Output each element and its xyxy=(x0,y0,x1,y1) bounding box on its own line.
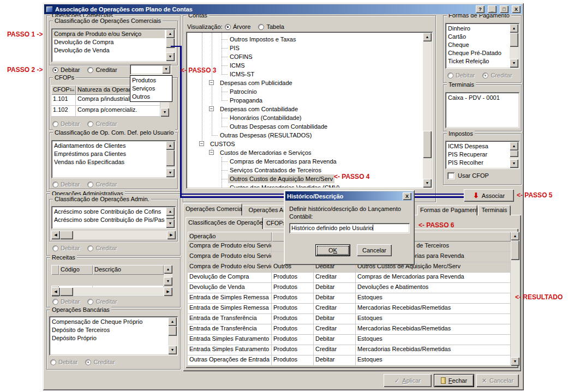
tree-item[interactable]: −Custos de Mercadorias e Serviços xyxy=(187,148,423,157)
tree-item[interactable]: −CUSTOS xyxy=(187,140,423,148)
tree-item[interactable]: Outros Custos de Aquisição Merc/Serv xyxy=(187,174,423,183)
dialog-close-button[interactable]: X xyxy=(403,192,411,200)
scroll-down-icon[interactable]: ▼ xyxy=(510,59,518,68)
list-terminais[interactable]: Caixa - PDV - 0001 xyxy=(445,92,519,128)
scroll-thumb[interactable] xyxy=(166,216,175,219)
tree-expand-icon[interactable]: − xyxy=(199,141,204,146)
list-impostos[interactable]: ▲▼ ICMS DespesaPIS RecuperarPIS Recolher xyxy=(445,141,519,169)
titlebar[interactable]: Associação de Operações com Plano de Con… xyxy=(44,4,522,14)
table-row[interactable]: Outras Operações de EntradaProdutosDebit… xyxy=(188,355,511,366)
list-item-dinheiro[interactable]: Dinheiro xyxy=(447,25,509,33)
table-row[interactable]: Entrada Simples FaturamentoProdutosDebit… xyxy=(188,335,511,345)
table-row[interactable]: Entrada Simples FaturamentoProdutosCredi… xyxy=(188,345,511,355)
tree-item[interactable]: Outras Despesas (RESULTADOS) xyxy=(187,131,423,140)
scrollbar-vertical[interactable]: ▲▼ xyxy=(423,33,432,188)
chevron-down-icon[interactable]: ▼ xyxy=(162,65,170,74)
scroll-up-icon[interactable]: ▲ xyxy=(510,142,518,150)
list-item-compra-de-produto-eou-servico[interactable]: Compra de Produto e/ou Serviço xyxy=(53,30,165,38)
tipo-combobox[interactable]: ▼ xyxy=(130,64,171,75)
table-row[interactable]: Devolução de CompraProdutosCreditarCompr… xyxy=(188,273,511,283)
radio-creditar[interactable]: Creditar xyxy=(87,120,117,127)
scroll-down-icon[interactable]: ▼ xyxy=(164,277,172,286)
list-classificacao-op-comerciais[interactable]: ▲▼ Compra de Produto e/ou ServiçoDevoluç… xyxy=(51,28,176,62)
table-row[interactable]: 1.102Compra p/comercializ. xyxy=(51,106,169,117)
tree-item[interactable]: ICMS xyxy=(187,61,423,70)
radio-creditar[interactable]: Creditar xyxy=(87,67,117,73)
list-item-produtos[interactable]: Produtos xyxy=(131,76,171,85)
maximize-button[interactable]: □ xyxy=(500,5,509,13)
list-item-deposito-proprio[interactable]: Depósito Próprio xyxy=(51,334,167,342)
tree-item[interactable]: Propaganda xyxy=(187,96,423,105)
list-item-devolucao-de-venda[interactable]: Devolução de Venda xyxy=(53,46,165,55)
scroll-up-icon[interactable]: ▲ xyxy=(510,24,518,33)
tree-item[interactable]: −Despesas com Contabilidade xyxy=(187,105,423,113)
radio-arvore[interactable]: Árvore xyxy=(225,23,250,30)
column-header-codigo[interactable]: Código xyxy=(59,265,93,275)
radio-creditar[interactable]: Creditar xyxy=(87,245,117,251)
radio-debitar[interactable]: Debitar xyxy=(50,359,77,365)
scroll-thumb[interactable] xyxy=(168,326,177,336)
scroll-down-icon[interactable]: ▼ xyxy=(166,219,175,228)
radio-debitar[interactable]: Debitar xyxy=(52,120,80,127)
list-item-pis-recuperar[interactable]: PIS Recuperar xyxy=(447,150,509,159)
list-item-ticket-refeicao[interactable]: Ticket Refeição xyxy=(447,57,509,65)
dialog-titlebar[interactable]: Histórico/Descrição X xyxy=(285,191,413,201)
scroll-thumb[interactable] xyxy=(60,287,73,296)
list-item-servicos[interactable]: Serviços xyxy=(131,85,171,93)
scroll-left-icon[interactable]: ◀ xyxy=(51,231,60,239)
scroll-thumb[interactable] xyxy=(510,150,518,157)
usar-cfop-checkbox[interactable] xyxy=(447,172,455,179)
scroll-left-icon[interactable]: ◀ xyxy=(51,287,60,296)
list-item-cartao[interactable]: Cartão xyxy=(447,33,509,41)
column-header-operacao[interactable]: Operação xyxy=(188,232,272,242)
scrollbar-horizontal[interactable]: ◀▶ xyxy=(51,231,176,239)
scrollbar-vertical[interactable]: ▲▼ xyxy=(166,141,175,177)
help-button[interactable]: ? xyxy=(476,5,485,13)
cancelar-button[interactable]: ✕ Cancelar xyxy=(476,374,519,387)
list-op-administrativas[interactable]: ▲▼ Acréscimo sobre Contribuição de Cofin… xyxy=(51,206,176,229)
scroll-down-icon[interactable]: ▼ xyxy=(511,357,519,366)
tree-item[interactable]: Serviços Contratados de Terceiros xyxy=(187,166,423,174)
close-button[interactable]: X xyxy=(512,5,521,13)
historico-input[interactable]: Histórico definido pelo Usuário xyxy=(289,223,410,233)
scroll-down-icon[interactable]: ▼ xyxy=(166,168,175,177)
radio-debitar[interactable]: Debitar xyxy=(52,67,80,73)
tree-item[interactable]: Custos das Mercadorias Vendidas (CMV) xyxy=(187,183,423,188)
receitas-grid[interactable]: CódigoDescrição▲▼▶220-PJ OBRIGADAS AO LU… xyxy=(51,265,172,286)
scroll-up-icon[interactable]: ▲ xyxy=(166,141,175,150)
aplicar-button[interactable]: ✓ Aplicar xyxy=(384,374,432,387)
list-item-vendas-nao-especificadas[interactable]: Vendas não Especificadas xyxy=(53,158,165,166)
tree-item[interactable]: Outros Impostos e Taxas xyxy=(187,35,423,44)
radio-row-op-comerciais[interactable]: DebitarCreditar xyxy=(52,66,117,74)
scroll-up-icon[interactable]: ▲ xyxy=(423,33,432,41)
scroll-down-icon[interactable]: ▼ xyxy=(160,108,169,117)
scroll-thumb[interactable] xyxy=(511,240,519,260)
tree-item[interactable]: −Despesas com Publicidade xyxy=(187,79,423,87)
scrollbar-vertical[interactable]: ▲▼ xyxy=(510,142,518,168)
table-row[interactable]: Entrada de TransferênciaProdutosDebitarE… xyxy=(188,314,511,324)
subtab-classificacoes-de-operacoes[interactable]: Classificações de Operações xyxy=(186,217,263,229)
tab-terminais[interactable]: Terminais xyxy=(478,205,511,215)
list-item-outros[interactable]: Outros xyxy=(131,93,171,101)
radio-debitar[interactable]: Debitar xyxy=(52,245,80,251)
table-row[interactable]: Entrada de Simples RemessaProdutosCredit… xyxy=(188,304,511,314)
tree-expand-icon[interactable]: − xyxy=(209,150,214,155)
accounts-tree[interactable]: Outros Impostos e TaxasPISCOFINSICMSICMS… xyxy=(186,32,433,189)
scroll-down-icon[interactable]: ▼ xyxy=(510,159,518,168)
tree-expand-icon[interactable]: − xyxy=(209,106,214,111)
list-item-caixa-pdv-0001[interactable]: Caixa - PDV - 0001 xyxy=(447,94,518,102)
list-item-devolucao-de-compra[interactable]: Devolução de Compra xyxy=(53,38,165,46)
scroll-thumb[interactable] xyxy=(510,33,518,47)
list-item-pis-recolher[interactable]: PIS Recolher xyxy=(447,159,509,167)
tab-operacoes-comerciais[interactable]: Operações Comerciais xyxy=(183,203,242,215)
scrollbar-vertical[interactable]: ▲▼ xyxy=(166,207,175,228)
tree-item[interactable]: ICMS-ST xyxy=(187,70,423,79)
tree-item[interactable]: Compras de Mercadorias para Revenda xyxy=(187,157,423,166)
list-item-icms-despesa[interactable]: ICMS Despesa xyxy=(447,142,509,150)
dialog-cancel-button[interactable]: Cancelar xyxy=(357,244,392,256)
associar-button[interactable]: ⬇ Associar xyxy=(464,189,514,202)
tree-expand-icon[interactable]: − xyxy=(209,80,214,85)
radio-debitar[interactable]: Debitar xyxy=(52,181,80,188)
usar-cfop-option[interactable]: Usar CFOP xyxy=(447,172,489,179)
ok-button[interactable]: OK xyxy=(315,244,350,256)
